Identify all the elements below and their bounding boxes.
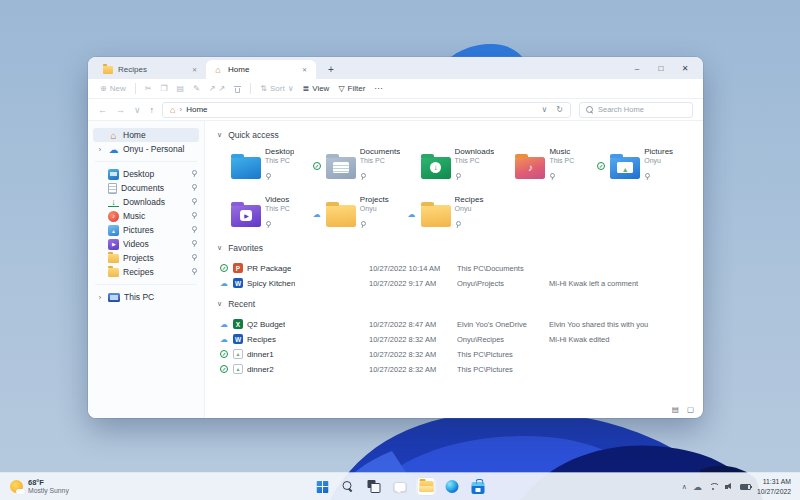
file-row[interactable]: Recipes 10/27/2022 8:32 AM Onyu\Recipes … [217,332,691,347]
delete-button[interactable] [234,85,241,93]
onedrive-tray-icon[interactable]: ☁ [693,482,702,492]
file-location: This PC\Pictures [457,365,549,374]
recent-header[interactable]: ∨ Recent [217,297,691,311]
close-button[interactable]: ✕ [673,64,697,73]
file-row[interactable]: Q2 Budget 10/27/2022 8:47 AM Elvin Yoo's… [217,317,691,332]
quick-access-tile[interactable]: Documents This PC [312,147,407,186]
sidebar-item[interactable]: Videos [93,237,199,251]
search-input[interactable] [598,105,686,114]
pin-icon [191,254,196,262]
sync-status-badge [219,279,229,288]
share-icon: ↗ [209,84,216,93]
share-button[interactable]: ↗↗ [209,84,225,93]
more-options-button[interactable]: ⋯ [374,84,382,93]
sidebar-item-label: Music [123,211,187,221]
weather-widget[interactable]: 68°F Mostly Sunny [0,478,69,495]
explorer-tab[interactable]: Home ✕ [206,60,316,79]
quick-access-tile[interactable]: Music This PC [501,147,596,186]
filter-button[interactable]: ▽ Filter [338,84,365,93]
cut-button[interactable]: ✂ [145,84,152,93]
tab-close-icon[interactable]: ✕ [300,64,309,75]
copy-button[interactable]: ❐ [160,84,167,93]
up-button[interactable]: ↑ [150,105,155,115]
explorer-tab[interactable]: Recipes ✕ [96,60,206,79]
tile-name: Documents [360,147,400,157]
tab-close-icon[interactable]: ✕ [190,64,199,75]
file-date: 10/27/2022 8:32 AM [369,335,457,344]
expand-chevron-icon[interactable]: › [96,146,104,153]
file-row[interactable]: dinner2 10/27/2022 8:32 AM This PC\Pictu… [217,362,691,377]
breadcrumb-path[interactable]: Home [186,105,207,114]
collapse-chevron-icon: ∨ [217,131,222,139]
minimize-button[interactable]: – [625,64,649,73]
refresh-icon[interactable]: ↻ [556,105,563,114]
new-button[interactable]: ⊕ New [100,84,126,93]
sidebar-item-onedrive[interactable]: › Onyu - Personal [93,142,199,156]
quick-access-tile[interactable]: Recipes Onyu [407,195,502,234]
windows-logo-icon [316,481,328,493]
favorites-header[interactable]: ∨ Favorites [217,241,691,255]
sidebar-item[interactable]: Desktop [93,167,199,181]
quick-access-header[interactable]: ∨ Quick access [217,128,691,142]
maximize-button[interactable]: □ [649,64,673,73]
tile-location: Onyu [644,157,673,166]
address-bar: ← → ∨ ↑ ⌂ › Home ∨ ↻ [88,99,703,121]
clock[interactable]: 11:31 AM 10/27/2022 [757,477,791,495]
new-tab-button[interactable]: + [324,65,338,75]
store-icon [472,482,485,494]
file-type-icon [233,278,243,288]
quick-access-tile[interactable]: Projects Onyu [312,195,407,234]
store-button[interactable] [469,477,488,496]
forward-button[interactable]: → [116,105,125,115]
start-button[interactable] [313,477,332,496]
quick-access-tile[interactable]: Downloads This PC [407,147,502,186]
back-button[interactable]: ← [98,105,107,115]
chat-button[interactable] [391,477,410,496]
recent-locations-button[interactable]: ∨ [134,105,141,115]
pin-icon [360,173,365,181]
sync-status-badge [407,210,417,219]
sidebar-item[interactable]: Projects [93,251,199,265]
quick-access-tile[interactable]: Pictures Onyu [596,147,691,186]
file-location: Onyu\Projects [457,279,549,288]
sidebar-item[interactable]: Downloads [93,195,199,209]
tile-text: Projects Onyu [360,195,389,234]
hidden-icons-button[interactable]: ∧ [682,483,687,491]
tile-text: Recipes Onyu [455,195,484,234]
desktop: Recipes ✕ Home ✕ + – □ ✕ [0,0,800,500]
battery-icon[interactable] [740,484,751,490]
file-row[interactable]: Spicy Kitchen 10/27/2022 9:17 AM Onyu\Pr… [217,276,691,291]
quick-access-tile[interactable]: Desktop This PC [217,147,312,186]
sidebar-item[interactable]: Pictures [93,223,199,237]
sidebar-item-this-pc[interactable]: › This PC [93,290,199,304]
view-button[interactable]: ≣ View [303,84,330,93]
file-name-cell: dinner1 [219,349,369,359]
task-view-button[interactable] [365,477,384,496]
search-box[interactable] [579,102,693,118]
address-dropdown-icon[interactable]: ∨ [541,105,547,114]
file-type-icon [233,263,243,273]
file-date: 10/27/2022 9:17 AM [369,279,457,288]
details-view-button[interactable]: ▤ [672,405,679,414]
wifi-icon[interactable] [708,483,719,491]
volume-icon[interactable] [725,482,734,491]
expand-chevron-icon[interactable]: › [96,294,104,301]
rename-button[interactable]: ✎ [193,84,200,93]
quick-access-tile[interactable]: Videos This PC [217,195,312,234]
paste-button[interactable]: ▤ [177,84,185,93]
sidebar-item[interactable]: Recipes [93,265,199,279]
file-row[interactable]: dinner1 10/27/2022 8:32 AM This PC\Pictu… [217,347,691,362]
breadcrumb-bar[interactable]: ⌂ › Home ∨ ↻ [162,102,571,118]
sidebar-item[interactable]: Documents [93,181,199,195]
collapse-chevron-icon: ∨ [217,244,222,252]
icons-view-button[interactable]: ▢ [687,405,694,414]
file-name: Recipes [247,335,276,344]
sidebar-item-home[interactable]: Home [93,128,199,142]
file-explorer-button[interactable] [417,477,436,496]
sidebar-item[interactable]: Music [93,209,199,223]
taskbar-search-button[interactable] [339,477,358,496]
file-row[interactable]: PR Package 10/27/2022 10:14 AM This PC\D… [217,261,691,276]
tile-location: This PC [265,205,290,214]
sort-button[interactable]: ⇅ Sort ∨ [260,84,293,93]
edge-button[interactable] [443,477,462,496]
